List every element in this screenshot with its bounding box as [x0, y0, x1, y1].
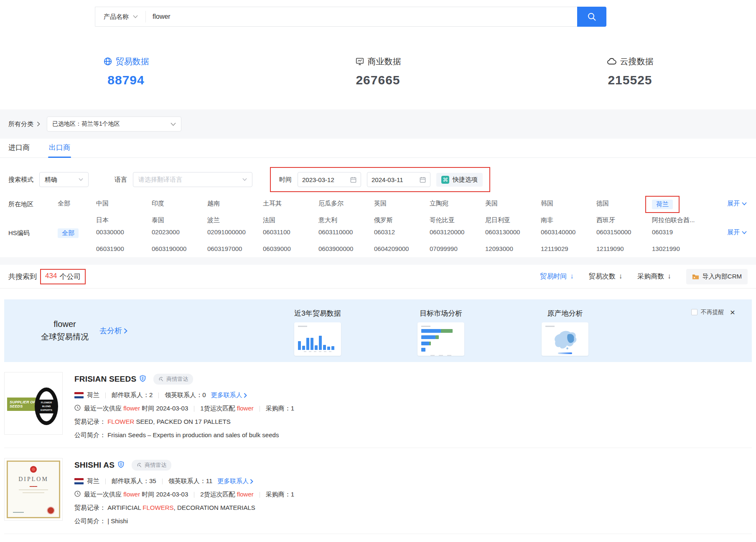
region-option[interactable]: 波兰 — [207, 216, 263, 224]
region-option[interactable]: 日本 — [96, 216, 152, 224]
hs-code-option[interactable]: 0603190000 — [152, 245, 207, 252]
region-option-selected[interactable]: 荷兰 — [652, 200, 673, 209]
sort-buyer-count[interactable]: 采购商数 ↓ — [637, 272, 671, 281]
hs-code-option[interactable]: 0603900000 — [318, 245, 374, 252]
logo-emblem: FLOWER BLEND EXPERTS — [35, 388, 58, 425]
hs-code-option[interactable]: 06039000 — [263, 245, 318, 252]
date-from-input[interactable]: 2023-03-12 — [298, 172, 361, 187]
region-option[interactable]: 美国 — [485, 200, 541, 208]
hs-code-option[interactable]: 0603150000 — [596, 228, 652, 236]
stat-trade-data[interactable]: 贸易数据 88794 — [0, 56, 252, 87]
banner-card-trade-data[interactable]: 近3年贸易数据 — [286, 309, 349, 356]
hs-code-option[interactable]: 07099990 — [430, 245, 485, 252]
region-option[interactable]: 中国 — [96, 200, 152, 208]
hs-code-option[interactable]: 13021990 — [652, 245, 708, 252]
business-radar-badge[interactable]: 商情雷达 — [132, 460, 171, 471]
hs-code-option[interactable]: 060319 — [652, 228, 708, 236]
hs-code-option[interactable]: 12119029 — [541, 245, 596, 252]
region-option[interactable]: 印度 — [152, 200, 207, 208]
region-option[interactable]: 韩国 — [541, 200, 596, 208]
region-option[interactable]: 土耳其 — [263, 200, 318, 208]
hs-code-option[interactable]: 0603110000 — [318, 228, 374, 236]
company-logo[interactable]: DIPLOM ▬▬▬ — [4, 458, 63, 521]
language-select[interactable]: 请选择翻译语言 — [133, 172, 252, 187]
hs-code-option[interactable]: 00330000 — [96, 228, 152, 236]
hs-code-option[interactable]: 06031900 — [96, 245, 152, 252]
region-filter-row: 所在地区 全部 中国印度越南土耳其厄瓜多尔英国立陶宛美国韩国德国 荷兰 日本泰国… — [8, 200, 748, 224]
trade-record-keyword: FLOWER — [107, 418, 134, 425]
import-crm-button[interactable]: 导入内部CRM — [686, 269, 748, 284]
region-option[interactable]: 西班牙 — [596, 216, 652, 224]
hs-code-option[interactable]: 06031100 — [263, 228, 318, 236]
company-name[interactable]: SHISHI AS — [74, 461, 115, 470]
sort-trade-time[interactable]: 贸易时间 ↓ — [540, 272, 574, 281]
all-categories-link[interactable]: 所有分类 — [8, 120, 40, 128]
search-mode-select[interactable]: 精确 — [39, 172, 89, 187]
hs-code-option[interactable]: 0603140000 — [541, 228, 596, 236]
hs-code-option[interactable]: 02023000 — [152, 228, 207, 236]
chevron-down-icon — [133, 15, 138, 18]
hs-code-option[interactable]: 0604209000 — [374, 245, 430, 252]
hs-expand-link[interactable]: 展开 — [727, 228, 747, 236]
trade-record-keyword: FLOWERS — [143, 504, 173, 511]
company-logo[interactable]: SUPPLIER OF ALL SEEDS FLOWER BLEND EXPER… — [4, 372, 63, 435]
dismiss-checkbox[interactable] — [691, 309, 697, 315]
stat-cloud-search-data[interactable]: 云搜数据 215525 — [504, 56, 756, 87]
company-name[interactable]: FRISIAN SEEDS — [74, 375, 136, 384]
region-expand-link[interactable]: 展开 — [727, 200, 747, 208]
banner-card-origin[interactable]: 原产地分析 — [534, 309, 596, 356]
region-option[interactable]: 泰国 — [152, 216, 207, 224]
region-option[interactable]: 越南 — [207, 200, 263, 208]
hs-code-option[interactable]: 060312 — [374, 228, 430, 236]
more-contacts-link[interactable]: 更多联系人 — [217, 477, 253, 485]
close-icon[interactable]: × — [730, 308, 735, 317]
divider — [105, 393, 106, 398]
region-option[interactable]: 尼日利亚 — [485, 216, 541, 224]
stat-business-data[interactable]: 商业数据 267665 — [252, 56, 504, 87]
region-option[interactable]: 德国 — [596, 200, 652, 208]
quick-options-button[interactable]: ⌘ 快捷选项 — [436, 173, 483, 187]
search-category-dropdown[interactable]: 产品名称 — [95, 11, 146, 23]
hs-code-option[interactable]: 0603120000 — [430, 228, 485, 236]
shield-icon[interactable] — [140, 375, 146, 384]
hs-code-option[interactable]: 12119090 — [596, 245, 652, 252]
region-option[interactable]: 南非 — [541, 216, 596, 224]
supply-keyword: flower — [123, 405, 140, 412]
region-option[interactable]: 立陶宛 — [430, 200, 485, 208]
banner-card-title: 近3年贸易数据 — [286, 309, 349, 318]
import-crm-label: 导入内部CRM — [703, 273, 742, 281]
profile-label: 公司简介： — [74, 517, 106, 524]
search-button[interactable] — [577, 7, 606, 27]
banner-card-target-market[interactable]: 目标市场分析 — [410, 309, 472, 356]
hs-code-option[interactable]: 0603130000 — [485, 228, 541, 236]
hs-all-option-cell: 全部 — [58, 228, 96, 238]
more-contacts-link[interactable]: 更多联系人 — [211, 391, 247, 399]
hs-code-option[interactable]: 12093000 — [485, 245, 541, 252]
selected-region-dropdown[interactable]: 已选地区：荷兰等1个地区 — [47, 117, 181, 132]
date-to-input[interactable]: 2024-03-11 — [367, 172, 430, 187]
sort-trade-count[interactable]: 贸易次数 ↓ — [589, 272, 623, 281]
shield-icon[interactable] — [118, 461, 124, 470]
region-option[interactable]: 哥伦比亚 — [430, 216, 485, 224]
chevron-down-icon — [171, 122, 176, 126]
divider — [260, 492, 260, 498]
go-analyze-link[interactable]: 去分析 — [99, 326, 127, 336]
tab-exporter[interactable]: 出口商 — [49, 139, 70, 158]
region-option[interactable]: 法国 — [263, 216, 318, 224]
business-radar-badge[interactable]: 商情雷达 — [153, 374, 193, 385]
supply-date: 2024-03-03 — [156, 405, 188, 412]
region-option[interactable]: 阿拉伯联合酋... — [652, 216, 708, 224]
hs-code-option[interactable]: 02091000000 — [207, 228, 263, 236]
region-option[interactable]: 英国 — [374, 200, 430, 208]
results-prefix: 共搜索到 — [8, 272, 37, 281]
region-option[interactable]: 俄罗斯 — [374, 216, 430, 224]
chevron-down-icon — [742, 231, 747, 234]
region-option[interactable]: 厄瓜多尔 — [318, 200, 374, 208]
region-all-option[interactable]: 全部 — [58, 200, 96, 208]
search-input[interactable] — [146, 13, 577, 20]
hs-all-option[interactable]: 全部 — [58, 228, 79, 238]
hs-code-option[interactable]: 0603197000 — [207, 245, 263, 252]
tab-importer[interactable]: 进口商 — [8, 139, 30, 158]
region-option[interactable]: 意大利 — [318, 216, 374, 224]
hs-code-filter-label: HS编码 — [8, 228, 58, 252]
